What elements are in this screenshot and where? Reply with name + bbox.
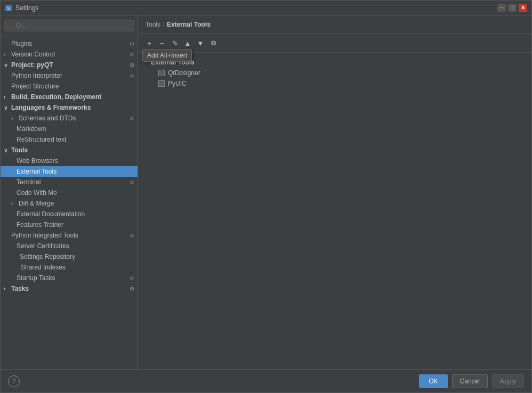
- sidebar-item-label: Web Browsers: [17, 157, 58, 165]
- gear-icon: ⚙: [130, 179, 134, 185]
- list-item-pyuic[interactable]: ✓ PyUIC: [155, 78, 527, 89]
- remove-button[interactable]: −: [156, 37, 168, 49]
- action-buttons: OK Cancel Apply: [419, 374, 524, 388]
- sidebar-item-label: Diff & Merge: [19, 200, 54, 207]
- sidebar-item-terminal[interactable]: Terminal ⚙: [1, 177, 138, 187]
- sidebar-item-label: Markdown: [17, 125, 46, 133]
- breadcrumb-parent: Tools: [146, 21, 160, 28]
- gear-icon: ⚙: [130, 233, 134, 239]
- arrow-icon: ∨: [4, 62, 9, 68]
- gear-icon: ⚙: [130, 286, 134, 292]
- sidebar-item-label: Languages & Frameworks: [11, 104, 91, 111]
- toolbar: + − ✎ ▲ ▼ ⧉ Add Alt+Insert: [138, 34, 531, 53]
- sidebar-item-code-with-me[interactable]: Code With Me: [1, 187, 138, 198]
- sidebar-item-markdown[interactable]: Markdown: [1, 124, 138, 134]
- help-button[interactable]: ?: [8, 375, 20, 387]
- sidebar-item-external-tools[interactable]: External Tools: [1, 166, 138, 177]
- breadcrumb: Tools › External Tools: [138, 15, 531, 34]
- gear-icon: ⚙: [130, 116, 134, 121]
- sidebar-item-python-interpreter[interactable]: Python Interpreter ⚙: [1, 70, 138, 81]
- sidebar-item-label: Tasks: [11, 285, 29, 292]
- breadcrumb-separator: ›: [163, 21, 165, 28]
- sidebar-item-external-documentation[interactable]: External Documentation: [1, 209, 138, 219]
- sidebar-item-label: Terminal: [17, 178, 41, 186]
- apply-button[interactable]: Apply: [492, 374, 524, 388]
- sidebar-item-features-trainer[interactable]: Features Trainer: [1, 219, 138, 230]
- sidebar-item-shared-indexes[interactable]: Shared Indexes: [1, 262, 138, 273]
- sidebar-item-tools[interactable]: ∨ Tools: [1, 145, 138, 155]
- sidebar-item-label: Features Trainer: [17, 221, 63, 228]
- sidebar-item-project-structure[interactable]: Project Structure: [1, 81, 138, 92]
- checkbox-qtdesigner[interactable]: ✓: [158, 70, 165, 76]
- sidebar-item-label: Tools: [11, 146, 28, 154]
- sidebar-item-label: Startup Tasks: [17, 274, 55, 282]
- sidebar-item-plugins[interactable]: Plugins ⚙: [1, 38, 138, 49]
- settings-window: S Settings ─ □ ✕ ⌕ Plugins: [0, 0, 532, 393]
- sidebar-item-version-control[interactable]: › Version Control ⚙: [1, 49, 138, 60]
- search-bar: ⌕: [1, 15, 138, 36]
- gear-icon: ⚙: [130, 275, 134, 281]
- sidebar-item-python-integrated-tools[interactable]: Python Integrated Tools ⚙: [1, 230, 138, 241]
- sidebar-item-build-execution[interactable]: › Build, Execution, Deployment: [1, 92, 138, 102]
- content-area: External Tools ✓ QtDesigner ✓ PyUIC: [138, 53, 531, 369]
- sidebar-item-languages-frameworks[interactable]: ∨ Languages & Frameworks: [1, 102, 138, 113]
- main-content: ⌕ Plugins ⚙ › Version Control ⚙: [1, 15, 531, 369]
- title-bar-left: S Settings: [5, 4, 38, 12]
- tooltip-add-text: Add: [147, 52, 158, 59]
- arrow-icon: ∨: [4, 148, 9, 153]
- search-input[interactable]: [4, 20, 134, 31]
- minimize-button[interactable]: ─: [497, 4, 506, 12]
- arrow-icon: ∨: [4, 105, 9, 111]
- maximize-button[interactable]: □: [508, 4, 517, 12]
- search-wrapper: ⌕: [4, 20, 134, 31]
- sidebar-item-web-browsers[interactable]: Web Browsers: [1, 155, 138, 166]
- ok-button[interactable]: OK: [419, 374, 447, 388]
- left-panel: ⌕ Plugins ⚙ › Version Control ⚙: [1, 15, 138, 369]
- tooltip-shortcut: Alt+Insert: [160, 52, 187, 59]
- sidebar-item-label: ReStructured text: [17, 136, 66, 143]
- tree-panel: Plugins ⚙ › Version Control ⚙ ∨ Project:…: [1, 36, 138, 369]
- copy-button[interactable]: ⧉: [207, 37, 219, 49]
- sidebar-item-label: Settings Repository: [20, 253, 75, 260]
- sidebar-item-label: Python Interpreter: [11, 72, 62, 79]
- sidebar-item-restructured-text[interactable]: ReStructured text: [1, 134, 138, 145]
- sidebar-item-diff-merge[interactable]: › Diff & Merge: [1, 198, 138, 209]
- move-down-button[interactable]: ▼: [195, 37, 206, 49]
- window-icon: S: [5, 4, 12, 12]
- bottom-bar: ? OK Cancel Apply: [1, 369, 531, 392]
- arrow-icon: ›: [4, 286, 9, 292]
- list-item-qtdesigner[interactable]: ✓ QtDesigner: [155, 68, 527, 78]
- close-button[interactable]: ✕: [519, 4, 527, 12]
- sidebar-item-schemas-dtds[interactable]: › Schemas and DTDs ⚙: [1, 113, 138, 124]
- sidebar-item-label: Plugins: [11, 40, 32, 47]
- item-label-pyuic: PyUIC: [168, 80, 187, 87]
- sidebar-item-label: Shared Indexes: [21, 264, 66, 271]
- sidebar-item-label: External Tools: [17, 168, 57, 175]
- window-title: Settings: [15, 4, 38, 12]
- sidebar-item-label: External Documentation: [17, 210, 85, 218]
- breadcrumb-current: External Tools: [167, 21, 211, 28]
- gear-icon: ⚙: [130, 41, 134, 47]
- sidebar-item-label: Project Structure: [11, 83, 59, 90]
- sidebar-item-settings-repository[interactable]: Settings Repository: [1, 251, 138, 262]
- sidebar-item-label: Code With Me: [17, 189, 57, 196]
- sidebar-item-label: Project: pyQT: [11, 61, 53, 69]
- right-panel: Tools › External Tools + − ✎ ▲ ▼ ⧉ Add A…: [138, 15, 531, 369]
- sidebar-item-tasks[interactable]: › Tasks ⚙: [1, 283, 138, 294]
- sidebar-item-label: Python Integrated Tools: [11, 232, 78, 239]
- move-up-button[interactable]: ▲: [182, 37, 194, 49]
- cancel-button[interactable]: Cancel: [452, 374, 488, 388]
- sidebar-item-project-pyqt[interactable]: ∨ Project: pyQT ⚙: [1, 60, 138, 70]
- arrow-icon: ›: [4, 94, 9, 100]
- gear-icon: ⚙: [130, 52, 134, 58]
- sidebar-item-startup-tasks[interactable]: Startup Tasks ⚙: [1, 273, 138, 283]
- arrow-icon: ›: [11, 116, 17, 121]
- sidebar-item-label: Schemas and DTDs: [19, 114, 76, 122]
- checkbox-pyuic[interactable]: ✓: [158, 80, 165, 87]
- sidebar-item-server-certificates[interactable]: Server Certificates: [1, 241, 138, 251]
- gear-icon: ⚙: [130, 62, 134, 68]
- arrow-icon: ›: [11, 201, 17, 207]
- gear-icon: ⚙: [130, 73, 134, 79]
- edit-button[interactable]: ✎: [169, 37, 181, 49]
- add-button[interactable]: +: [143, 37, 155, 49]
